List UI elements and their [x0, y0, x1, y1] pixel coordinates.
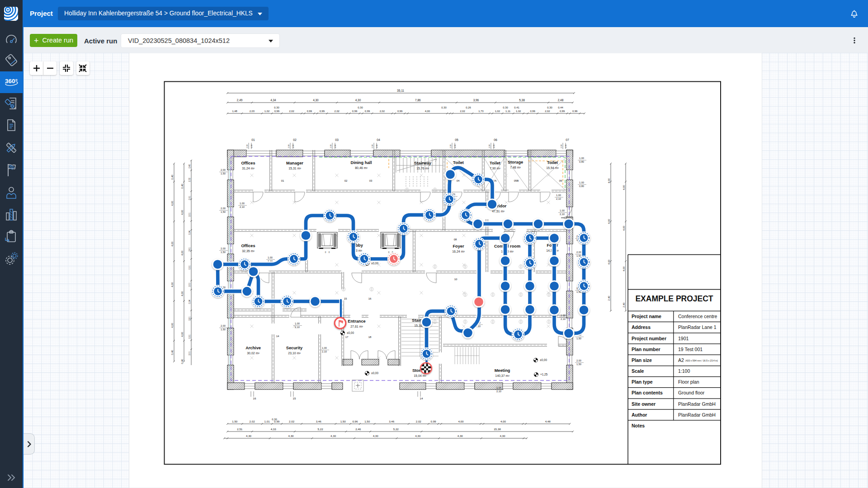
- svg-text:Toilet: Toilet: [490, 161, 500, 165]
- svg-text:10: 10: [454, 278, 458, 281]
- svg-text:0,41: 0,41: [514, 106, 519, 109]
- svg-text:±0,00: ±0,00: [347, 331, 354, 334]
- svg-text:1,00: 1,00: [376, 144, 378, 148]
- svg-text:4,00: 4,00: [608, 178, 610, 183]
- svg-text:2,49: 2,49: [237, 99, 243, 102]
- svg-text:07: 07: [566, 138, 569, 141]
- svg-text:Plan type: Plan type: [632, 379, 653, 385]
- svg-text:4,30: 4,30: [313, 99, 319, 102]
- svg-text:4,00: 4,00: [171, 242, 174, 247]
- svg-text:30,02 m²: 30,02 m²: [247, 352, 259, 355]
- svg-text:Plan size: Plan size: [632, 357, 652, 363]
- svg-text:2,00: 2,00: [576, 251, 581, 253]
- svg-text:01: 01: [281, 179, 284, 182]
- svg-text:0,94: 0,94: [189, 230, 191, 235]
- svg-text:0,99: 0,99: [365, 110, 370, 113]
- svg-text:1,50: 1,50: [576, 363, 581, 366]
- svg-text:2,10: 2,10: [561, 318, 566, 320]
- svg-text:1,01: 1,01: [264, 420, 270, 423]
- svg-text:2,00: 2,00: [221, 169, 226, 171]
- svg-text:1,00: 1,00: [496, 386, 501, 389]
- svg-text:1,00: 1,00: [322, 347, 327, 349]
- svg-text:06: 06: [494, 138, 497, 141]
- svg-text:19 Test 001: 19 Test 001: [678, 347, 703, 352]
- svg-text:4,33: 4,33: [271, 427, 277, 431]
- svg-text:A2: A2: [678, 357, 684, 363]
- svg-text:1,00: 1,00: [268, 256, 273, 259]
- svg-text:4,00: 4,00: [171, 201, 174, 206]
- svg-text:15,54 m²: 15,54 m²: [546, 166, 559, 169]
- svg-text:15: 15: [293, 397, 296, 400]
- svg-text:1,50: 1,50: [221, 172, 226, 175]
- svg-text:Dining hall: Dining hall: [351, 160, 372, 165]
- svg-text:PlanRadar GmbH: PlanRadar GmbH: [678, 412, 716, 418]
- svg-text:Toilet: Toilet: [547, 160, 558, 165]
- svg-text:0,40: 0,40: [189, 164, 191, 168]
- svg-text:1,02: 1,02: [495, 110, 500, 113]
- svg-text:0,99: 0,99: [307, 110, 312, 113]
- svg-text:2,02: 2,02: [335, 110, 340, 113]
- svg-text:0,94: 0,94: [189, 300, 191, 304]
- svg-text:Security: Security: [286, 346, 303, 350]
- svg-text:2,40: 2,40: [623, 303, 625, 308]
- svg-text:0,40: 0,40: [181, 184, 184, 189]
- svg-text:Toilet: Toilet: [453, 160, 464, 165]
- svg-text:01: 01: [251, 138, 255, 141]
- svg-text:4,48: 4,48: [545, 420, 551, 423]
- svg-text:5,22: 5,22: [393, 427, 399, 431]
- svg-text:2,00: 2,00: [221, 324, 226, 327]
- svg-text:15: 15: [344, 297, 347, 300]
- svg-text:4,30: 4,30: [415, 434, 421, 437]
- svg-text:0,30: 0,30: [358, 106, 363, 109]
- svg-text:15,76 m²: 15,76 m²: [416, 167, 429, 170]
- svg-text:Plan number: Plan number: [632, 347, 660, 352]
- svg-text:0,30: 0,30: [547, 106, 552, 109]
- svg-text:EXAMPLE PROJECT: EXAMPLE PROJECT: [635, 294, 713, 303]
- svg-text:2,10: 2,10: [496, 390, 501, 393]
- svg-text:15,31 m²: 15,31 m²: [288, 167, 301, 170]
- svg-text:Floor plan: Floor plan: [678, 379, 699, 385]
- svg-text:1:100: 1:100: [678, 368, 690, 374]
- svg-text:2,02: 2,02: [289, 420, 295, 423]
- svg-text:2,01: 2,01: [189, 282, 191, 286]
- svg-text:16: 16: [253, 397, 256, 400]
- svg-text:2,46: 2,46: [355, 427, 361, 431]
- svg-text:2,10: 2,10: [295, 326, 300, 328]
- svg-text:3,96: 3,96: [473, 99, 479, 102]
- svg-text:2,61: 2,61: [189, 247, 191, 251]
- svg-text:4,00: 4,00: [623, 185, 625, 190]
- svg-text:2,10: 2,10: [556, 197, 561, 200]
- svg-text:0,96: 0,96: [352, 420, 358, 423]
- svg-text:4,00: 4,00: [171, 282, 174, 287]
- svg-text:32,35 m²: 32,35 m²: [242, 249, 255, 253]
- svg-text:±0,00: ±0,00: [371, 371, 378, 375]
- svg-text:1,00: 1,00: [250, 144, 253, 148]
- svg-text:Address: Address: [632, 324, 651, 330]
- svg-text:05: 05: [455, 138, 458, 141]
- svg-text:Manager: Manager: [286, 161, 303, 165]
- svg-text:02: 02: [293, 138, 297, 141]
- svg-text:17: 17: [345, 336, 349, 338]
- svg-text:1901: 1901: [678, 336, 689, 341]
- svg-text:2,40: 2,40: [608, 296, 610, 301]
- svg-text:3,46: 3,46: [389, 420, 395, 423]
- svg-text:Project number: Project number: [632, 336, 666, 341]
- svg-text:4,00: 4,00: [171, 323, 174, 328]
- svg-text:08: 08: [454, 238, 457, 241]
- svg-text:1,00: 1,00: [579, 181, 584, 184]
- svg-text:1,50: 1,50: [576, 337, 581, 340]
- svg-text:1,00: 1,00: [334, 144, 336, 148]
- svg-text:2,00: 2,00: [488, 144, 491, 148]
- svg-text:2,10: 2,10: [322, 350, 327, 353]
- svg-text:23,10 m²: 23,10 m²: [288, 352, 301, 355]
- svg-text:4,00: 4,00: [181, 210, 184, 215]
- svg-text:2,32: 2,32: [189, 178, 191, 182]
- svg-text:0,99: 0,99: [430, 420, 436, 423]
- svg-text:4,00: 4,00: [623, 226, 625, 231]
- svg-text:0,99: 0,99: [320, 110, 325, 113]
- svg-text:1,50: 1,50: [221, 328, 226, 331]
- svg-text:2,48: 2,48: [558, 99, 564, 102]
- svg-text:4,30: 4,30: [288, 434, 294, 437]
- svg-text:1,50: 1,50: [221, 211, 226, 213]
- svg-text:Archive: Archive: [245, 346, 261, 350]
